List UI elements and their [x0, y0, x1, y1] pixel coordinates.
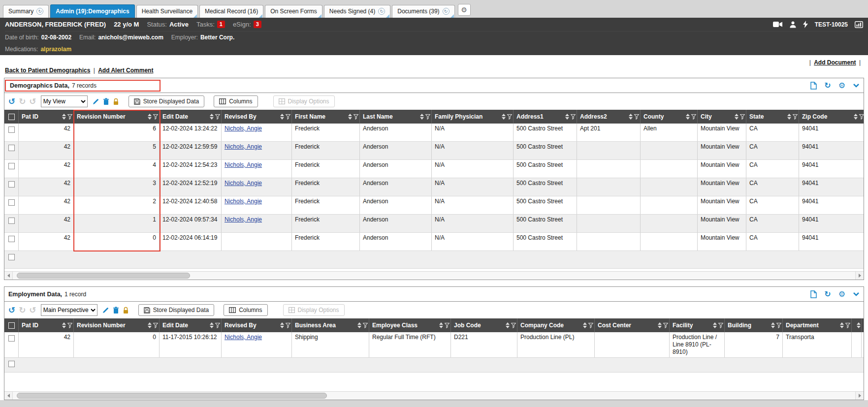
filter-funnel-icon[interactable]: [67, 114, 72, 120]
revised-by-link[interactable]: Nichols, Angie: [225, 125, 262, 132]
filter-funnel-icon[interactable]: [793, 114, 798, 120]
filter-funnel-icon[interactable]: [215, 114, 220, 120]
settings-gear-icon[interactable]: ⚙: [838, 290, 845, 298]
filter-funnel-icon[interactable]: [691, 114, 696, 120]
filter-funnel-icon[interactable]: [663, 323, 668, 328]
filter-funnel-icon[interactable]: [571, 114, 576, 120]
lightning-icon[interactable]: [803, 21, 808, 28]
scrollbar-thumb[interactable]: [17, 393, 327, 399]
scrollbar-track[interactable]: [13, 392, 855, 400]
sort-icon[interactable]: [357, 322, 361, 328]
filter-funnel-icon[interactable]: [776, 323, 781, 328]
column-header-first-name[interactable]: First Name: [292, 110, 360, 124]
video-camera-icon[interactable]: [773, 21, 783, 28]
column-header-building[interactable]: Building: [725, 318, 783, 332]
back-to-demographics-link[interactable]: Back to Patient Demographics: [5, 67, 90, 74]
column-header-revised-by[interactable]: Revised By: [222, 110, 292, 124]
tab-admin-19-demographics[interactable]: Admin (19):Demographics: [50, 4, 134, 18]
collapse-chevron-icon[interactable]: [853, 83, 860, 88]
sort-icon[interactable]: [280, 322, 284, 328]
scroll-right-arrow[interactable]: [855, 392, 864, 400]
tab-summary[interactable]: Summary↻: [3, 5, 49, 18]
patient-connect-icon[interactable]: [790, 21, 796, 28]
settings-gear-icon[interactable]: ⚙: [838, 82, 845, 90]
row-checkbox[interactable]: [8, 254, 15, 260]
undo-icon[interactable]: ↺: [8, 97, 15, 106]
horizontal-scrollbar[interactable]: [4, 391, 864, 400]
column-header-h[interactable]: H: [852, 318, 862, 332]
row-checkbox[interactable]: [8, 181, 15, 188]
sort-icon[interactable]: [62, 322, 66, 328]
filter-funnel-icon[interactable]: [588, 323, 593, 328]
popout-icon[interactable]: ↻: [378, 8, 385, 15]
sort-icon[interactable]: [506, 322, 510, 328]
refresh-icon[interactable]: ↻: [824, 290, 831, 298]
sort-icon[interactable]: [629, 114, 633, 120]
scroll-left-arrow[interactable]: [4, 272, 13, 280]
column-header-department[interactable]: Department: [783, 318, 852, 332]
filter-funnel-icon[interactable]: [507, 114, 512, 120]
column-header-facility[interactable]: Facility: [670, 318, 725, 332]
sort-icon[interactable]: [439, 322, 443, 328]
filter-funnel-icon[interactable]: [354, 114, 358, 120]
store-displayed-data-button[interactable]: Store Displayed Data: [138, 304, 214, 316]
sort-icon[interactable]: [565, 114, 569, 120]
sort-icon[interactable]: [583, 322, 587, 328]
popout-icon[interactable]: ↻: [443, 8, 450, 15]
revised-by-link[interactable]: Nichols, Angie: [225, 143, 262, 150]
tab-settings-button[interactable]: ⚙: [458, 4, 471, 16]
add-document-link[interactable]: Add Document: [814, 59, 856, 66]
row-checkbox[interactable]: [8, 126, 15, 133]
sort-icon[interactable]: [210, 322, 214, 328]
column-header-company-code[interactable]: Company Code: [517, 318, 595, 332]
view-selector[interactable]: My View: [41, 95, 88, 107]
scrollbar-thumb[interactable]: [17, 273, 190, 279]
tasks-badge[interactable]: 1: [217, 21, 225, 28]
select-all-checkbox[interactable]: [8, 322, 15, 329]
delete-view-trash-icon[interactable]: [113, 307, 119, 314]
sort-icon[interactable]: [348, 114, 352, 120]
new-document-icon[interactable]: [810, 290, 817, 298]
tab-needs-signed-4[interactable]: Needs Signed (4)↻: [324, 5, 390, 18]
revised-by-link[interactable]: Nichols, Angie: [225, 161, 262, 168]
new-document-icon[interactable]: [810, 82, 817, 90]
filter-funnel-icon[interactable]: [445, 323, 450, 328]
scrollbar-track[interactable]: [13, 272, 855, 280]
esign-badge[interactable]: 3: [254, 21, 261, 28]
lock-icon[interactable]: [113, 98, 119, 105]
sort-icon[interactable]: [502, 114, 506, 120]
column-header-pat-id[interactable]: Pat ID: [19, 110, 74, 124]
row-checkbox[interactable]: [8, 218, 15, 224]
edit-view-pencil-icon[interactable]: [92, 98, 99, 105]
column-header-business-area[interactable]: Business Area: [292, 318, 369, 332]
column-header-edit-date[interactable]: Edit Date: [160, 110, 222, 124]
filter-funnel-icon[interactable]: [511, 323, 516, 328]
tab-medical-record-16[interactable]: Medical Record (16): [199, 5, 263, 18]
sort-icon[interactable]: [148, 114, 152, 120]
tab-on-screen-forms[interactable]: On Screen Forms: [265, 5, 322, 18]
columns-button[interactable]: Columns: [224, 304, 267, 316]
filter-funnel-icon[interactable]: [215, 323, 220, 328]
sort-icon[interactable]: [148, 322, 152, 328]
sort-icon[interactable]: [713, 322, 717, 328]
column-header-address2[interactable]: Address2: [577, 110, 641, 124]
add-alert-comment-link[interactable]: Add Alert Comment: [98, 67, 153, 74]
column-header-state[interactable]: State: [746, 110, 799, 124]
column-header-county[interactable]: County: [641, 110, 698, 124]
row-checkbox[interactable]: [8, 236, 15, 242]
filter-funnel-icon[interactable]: [286, 114, 290, 120]
undo-icon[interactable]: ↺: [8, 306, 15, 314]
horizontal-scrollbar[interactable]: [4, 271, 864, 280]
chart-icon[interactable]: [855, 21, 863, 28]
sort-icon[interactable]: [787, 114, 791, 120]
row-checkbox[interactable]: [8, 145, 15, 151]
row-checkbox[interactable]: [8, 163, 15, 169]
sort-icon[interactable]: [420, 114, 424, 120]
sort-icon[interactable]: [735, 114, 739, 120]
sort-icon[interactable]: [840, 322, 844, 328]
revised-by-link[interactable]: Nichols, Angie: [225, 180, 262, 187]
column-header-pat-id[interactable]: Pat ID: [19, 318, 74, 332]
sort-icon[interactable]: [210, 114, 214, 120]
column-header-city[interactable]: City: [698, 110, 746, 124]
column-header-family-physician[interactable]: Family Physician: [432, 110, 514, 124]
